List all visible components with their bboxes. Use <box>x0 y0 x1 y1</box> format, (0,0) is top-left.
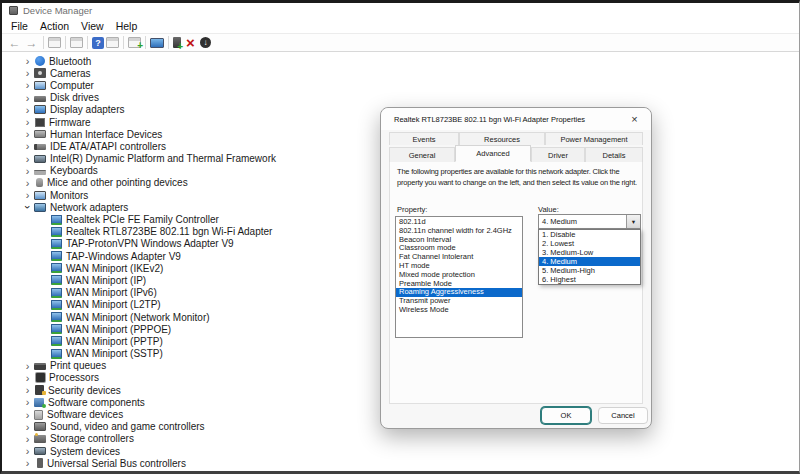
net-adapter-icon <box>51 251 62 261</box>
expand-chevron-icon[interactable] <box>21 458 34 468</box>
software-device-icon <box>34 410 43 420</box>
usb-icon <box>37 458 43 468</box>
tree-item[interactable]: Cameras <box>4 67 798 79</box>
tree-item-label: WAN Miniport (L2TP) <box>62 299 161 310</box>
value-option[interactable]: 3. Medium-Low <box>539 248 640 257</box>
expand-chevron-icon[interactable] <box>21 105 34 115</box>
expand-chevron-icon[interactable] <box>21 422 34 432</box>
system-icon <box>34 447 46 455</box>
tree-item-label: Firmware <box>45 117 91 128</box>
net-adapter-icon <box>51 336 62 346</box>
dialog-tab[interactable]: Driver <box>531 147 585 162</box>
expand-chevron-icon[interactable] <box>21 68 34 78</box>
menu-item[interactable]: Action <box>34 20 75 32</box>
update-driver-icon[interactable] <box>150 38 164 48</box>
back-icon[interactable] <box>7 36 22 50</box>
expand-chevron-icon[interactable] <box>21 385 34 395</box>
tree-item-label: WAN Miniport (IP) <box>62 275 146 286</box>
dialog-tab[interactable]: General <box>389 147 455 162</box>
close-icon[interactable]: × <box>627 112 642 127</box>
tree-item[interactable]: Universal Serial Bus controllers <box>4 457 798 468</box>
dialog-tab[interactable]: Details <box>585 147 643 162</box>
dialog-tab[interactable]: Advanced <box>455 145 531 162</box>
tree-item[interactable]: Bluetooth <box>4 55 798 67</box>
tree-item[interactable]: Disk drives <box>4 92 798 104</box>
dialog-tab[interactable]: Resources <box>459 132 545 145</box>
chevron-down-icon[interactable] <box>626 215 640 228</box>
value-option[interactable]: 6. Highest <box>539 275 640 284</box>
tree-item-label: Software devices <box>43 409 123 420</box>
computer-icon <box>34 81 46 90</box>
separator <box>145 36 146 49</box>
uninstall-device-icon[interactable] <box>183 36 198 50</box>
toolbar <box>2 34 799 52</box>
tree-item-label: Monitors <box>46 190 88 201</box>
expand-chevron-icon[interactable] <box>21 129 34 139</box>
disable-device-icon[interactable] <box>200 37 211 48</box>
expand-chevron-icon[interactable] <box>21 410 34 420</box>
forward-icon[interactable] <box>24 36 39 50</box>
expand-chevron-icon[interactable] <box>21 361 34 371</box>
tree-item-label: WAN Miniport (Network Monitor) <box>62 312 210 323</box>
tree-item-label: Software components <box>44 397 145 408</box>
expand-chevron-icon[interactable] <box>21 141 34 151</box>
value-selected-text: 4. Medium <box>539 217 626 226</box>
net-adapter-icon <box>51 239 62 249</box>
expand-chevron-icon[interactable] <box>21 446 34 456</box>
camera-icon <box>34 68 46 78</box>
tree-item-label: Realtek RTL8723BE 802.11 bgn Wi-Fi Adapt… <box>62 226 272 237</box>
sound-icon <box>34 422 46 431</box>
advanced-tab-page: The following properties are available f… <box>389 160 643 404</box>
separator <box>65 36 66 49</box>
show-console-tree-icon[interactable] <box>48 37 61 48</box>
net-adapter-icon <box>51 275 62 285</box>
tree-item-label: WAN Miniport (PPPOE) <box>62 324 171 335</box>
device-manager-icon <box>9 6 18 15</box>
properties-icon[interactable] <box>106 37 119 48</box>
window-title: Device Manager <box>23 5 92 16</box>
tree-item[interactable]: Computer <box>4 79 798 91</box>
system-icon <box>34 155 46 163</box>
expand-chevron-icon[interactable] <box>21 166 34 176</box>
display-icon <box>34 105 46 114</box>
expand-chevron-icon[interactable] <box>21 117 34 127</box>
expand-chevron-icon[interactable] <box>21 154 34 164</box>
firmware-icon <box>35 118 45 127</box>
value-combobox[interactable]: 4. Medium <box>538 214 641 229</box>
menubar: File Action View Help <box>2 18 799 34</box>
separator <box>168 36 169 49</box>
value-option[interactable]: 2. Lowest <box>539 239 640 248</box>
property-item[interactable]: Wireless Mode <box>396 306 522 315</box>
export-list-icon[interactable] <box>70 37 83 48</box>
expand-chevron-icon[interactable] <box>21 434 34 444</box>
expand-chevron-icon[interactable] <box>21 190 34 200</box>
expand-chevron-icon[interactable] <box>21 397 34 407</box>
cancel-button[interactable]: Cancel <box>598 407 648 424</box>
menu-item[interactable]: File <box>5 20 34 32</box>
tree-item[interactable]: Storage controllers <box>4 433 798 445</box>
scan-hardware-changes-icon[interactable] <box>128 37 141 48</box>
help-icon[interactable] <box>92 37 104 49</box>
processor-icon <box>36 373 45 382</box>
menu-item[interactable]: View <box>75 20 110 32</box>
dialog-tab[interactable]: Events <box>389 132 459 145</box>
tree-item-label: Print queues <box>46 360 106 371</box>
tree-item[interactable]: System devices <box>4 445 798 457</box>
value-option[interactable]: 5. Medium-High <box>539 266 640 275</box>
disk-icon <box>34 96 46 102</box>
expand-chevron-icon[interactable] <box>21 93 34 103</box>
expand-chevron-icon[interactable] <box>21 80 34 90</box>
tree-item-label: WAN Miniport (PPTP) <box>62 336 163 347</box>
menu-item[interactable]: Help <box>110 20 144 32</box>
tree-item-label: Universal Serial Bus controllers <box>43 458 186 468</box>
expand-chevron-icon[interactable] <box>21 373 34 383</box>
expand-chevron-icon[interactable] <box>21 178 34 188</box>
description-text: The following properties are available f… <box>397 167 641 188</box>
dialog-tab[interactable]: Power Management <box>545 132 643 145</box>
expand-chevron-icon[interactable] <box>21 56 34 66</box>
value-option[interactable]: 4. Medium <box>539 257 640 266</box>
expand-chevron-icon[interactable] <box>21 202 34 212</box>
ok-button[interactable]: OK <box>541 407 591 424</box>
add-device-icon[interactable] <box>173 37 181 48</box>
value-option[interactable]: 1. Disable <box>539 230 640 239</box>
